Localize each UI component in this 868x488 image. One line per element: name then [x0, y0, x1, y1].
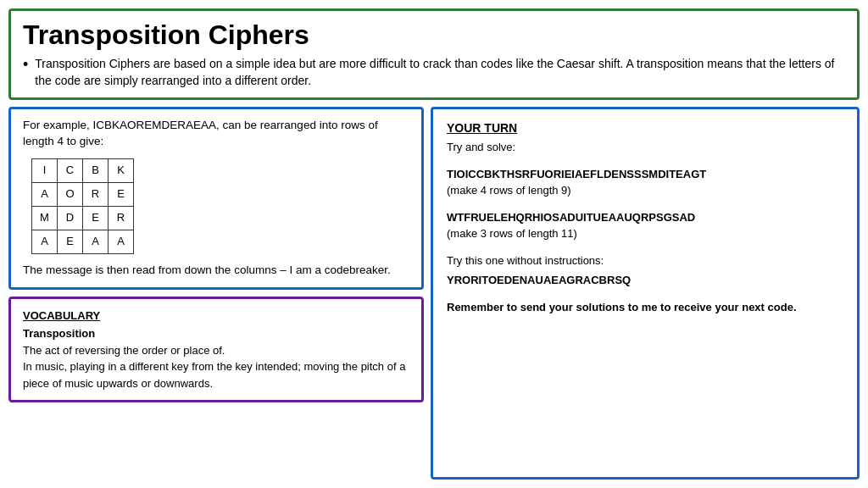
cipher1-code: TIOICCBKTHSRFUORIEIAEFLDENSSSMDITEAGT — [447, 166, 843, 183]
your-turn-box: YOUR TURN Try and solve: TIOICCBKTHSRFUO… — [431, 107, 860, 480]
cipher1-hint: (make 4 rows of length 9) — [447, 182, 843, 199]
grid-cell: C — [58, 158, 83, 182]
grid-cell: B — [83, 158, 108, 182]
top-section: Transposition Ciphers Transposition Ciph… — [8, 8, 860, 100]
grid-cell: R — [83, 182, 108, 206]
left-column: For example, ICBKAOREMDERAEAA, can be re… — [8, 107, 424, 480]
grid-cell: I — [32, 158, 58, 182]
example-box: For example, ICBKAOREMDERAEAA, can be re… — [8, 107, 424, 290]
top-description-text: Transposition Ciphers are based on a sim… — [35, 56, 845, 89]
bottom-row: For example, ICBKAOREMDERAEAA, can be re… — [8, 107, 860, 480]
vocab-box: VOCABULARY Transposition The act of reve… — [8, 297, 424, 403]
cipher2-code: WTFRUELEHQRHIOSADUITUEAAUQRPSGSAD — [447, 209, 843, 226]
vocab-def2: In music, playing in a different key fro… — [23, 358, 409, 391]
grid-cell: D — [58, 206, 83, 230]
grid-cell: A — [83, 230, 108, 253]
grid-cell: K — [108, 158, 134, 182]
page-title: Transposition Ciphers — [23, 19, 845, 51]
try-solve-label: Try and solve: — [447, 139, 843, 156]
grid-cell: A — [108, 230, 134, 253]
grid-cell: M — [32, 206, 58, 230]
cipher-grid: ICBKAOREMDERAEAA — [31, 158, 134, 254]
grid-cell: O — [58, 182, 83, 206]
vocab-word: Transposition — [23, 325, 409, 342]
grid-cell: E — [58, 230, 83, 253]
grid-cell: A — [32, 230, 58, 253]
example-footer: The message is then read from down the c… — [23, 263, 409, 279]
cipher3-code: YRORITOEDENAUAEAGRACBRSQ — [447, 272, 843, 289]
vocab-title: VOCABULARY — [23, 308, 409, 324]
your-turn-title: YOUR TURN — [447, 119, 843, 137]
grid-cell: E — [83, 206, 108, 230]
vocab-def1: The act of reversing the order or place … — [23, 342, 409, 359]
example-intro: For example, ICBKAOREMDERAEAA, can be re… — [23, 118, 409, 150]
grid-cell: R — [108, 206, 134, 230]
remember-text: Remember to send your solutions to me to… — [447, 299, 843, 316]
top-description: Transposition Ciphers are based on a sim… — [23, 56, 845, 89]
grid-cell: E — [108, 182, 134, 206]
grid-cell: A — [32, 182, 58, 206]
cipher2-hint: (make 3 rows of length 11) — [447, 225, 843, 242]
try-without-label: Try this one without instructions: — [447, 252, 843, 269]
